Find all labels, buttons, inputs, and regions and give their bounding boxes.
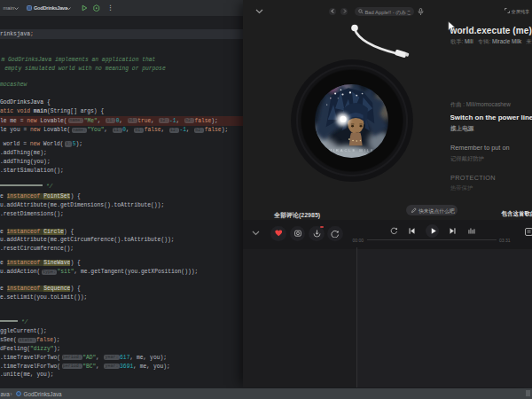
svg-text:MIRACLE MILK: MIRACLE MILK (329, 147, 375, 152)
